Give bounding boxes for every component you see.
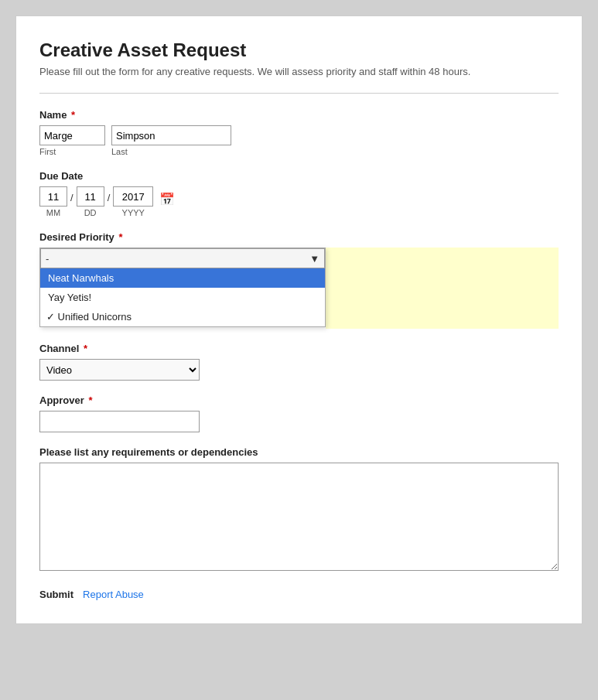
- priority-label: Desired Priority *: [39, 231, 559, 243]
- submit-button[interactable]: Submit: [39, 589, 73, 600]
- section-divider: [39, 93, 559, 94]
- date-dd-wrap: DD: [77, 186, 104, 217]
- dropdown-header[interactable]: - ▼: [40, 248, 325, 268]
- priority-row: - ▼ Neat Narwhals Yay Yetis! ✓ Unified U…: [39, 248, 559, 329]
- date-dd-input[interactable]: [77, 186, 104, 207]
- dropdown-current-value: -: [46, 253, 49, 265]
- priority-dropdown: - ▼ Neat Narwhals Yay Yetis! ✓ Unified U…: [39, 248, 326, 327]
- date-yyyy-input[interactable]: [113, 186, 153, 207]
- form-container: Creative Asset Request Please fill out t…: [15, 15, 583, 624]
- date-mm-wrap: MM: [39, 186, 67, 217]
- name-field-group: Name * First Last: [39, 109, 559, 156]
- date-separator-2: /: [108, 192, 111, 217]
- date-mm-input[interactable]: [39, 186, 67, 207]
- date-dd-sublabel: DD: [84, 208, 97, 217]
- first-name-input[interactable]: [39, 125, 105, 145]
- dropdown-arrow-icon: ▼: [309, 253, 320, 265]
- name-row: First Last: [39, 125, 559, 156]
- priority-required-marker: *: [116, 231, 123, 243]
- first-name-wrap: First: [39, 125, 105, 156]
- requirements-label: Please list any requirements or dependen…: [39, 446, 559, 458]
- date-yyyy-sublabel: YYYY: [122, 208, 145, 217]
- calendar-icon-button[interactable]: 📅: [156, 192, 175, 217]
- date-yyyy-wrap: YYYY: [113, 186, 153, 217]
- date-separator-1: /: [70, 192, 73, 217]
- priority-option-yay-yetis[interactable]: Yay Yetis!: [40, 288, 325, 307]
- channel-select[interactable]: Video Print Digital Social: [39, 359, 200, 381]
- last-name-wrap: Last: [111, 125, 231, 156]
- approver-label: Approver *: [39, 394, 559, 406]
- calendar-icon: 📅: [159, 193, 175, 206]
- yellow-highlight-area: [326, 248, 559, 329]
- first-name-sublabel: First: [39, 147, 105, 156]
- approver-input[interactable]: [39, 411, 200, 432]
- due-date-field-group: Due Date MM / DD / YYYY 📅: [39, 170, 559, 217]
- form-subtitle: Please fill out the form for any creativ…: [39, 66, 559, 77]
- approver-required-marker: *: [86, 394, 93, 406]
- priority-option-unified-unicorns[interactable]: ✓ Unified Unicorns: [40, 307, 325, 326]
- last-name-sublabel: Last: [111, 147, 231, 156]
- approver-field-group: Approver *: [39, 394, 559, 432]
- last-name-input[interactable]: [111, 125, 231, 145]
- requirements-field-group: Please list any requirements or dependen…: [39, 446, 559, 573]
- form-title: Creative Asset Request: [39, 39, 559, 61]
- priority-option-neat-narwhals[interactable]: Neat Narwhals: [40, 268, 325, 288]
- form-footer: Submit Report Abuse: [39, 589, 559, 600]
- required-marker: *: [68, 109, 75, 121]
- channel-required-marker: *: [80, 343, 87, 354]
- name-label: Name *: [39, 109, 559, 121]
- date-row: MM / DD / YYYY 📅: [39, 186, 559, 217]
- requirements-textarea[interactable]: [39, 463, 559, 571]
- channel-label: Channel *: [39, 343, 559, 354]
- due-date-label: Due Date: [39, 170, 559, 182]
- report-abuse-link[interactable]: Report Abuse: [83, 589, 144, 600]
- date-mm-sublabel: MM: [46, 208, 60, 217]
- priority-field-group: Desired Priority * - ▼ Neat Narwhals Yay…: [39, 231, 559, 329]
- channel-field-group: Channel * Video Print Digital Social: [39, 343, 559, 381]
